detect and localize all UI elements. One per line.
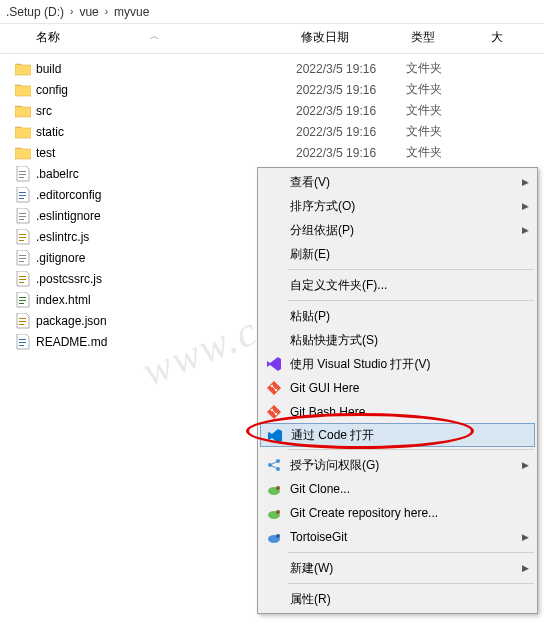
svg-rect-21 bbox=[19, 318, 26, 319]
folder-icon bbox=[14, 82, 32, 98]
item-type: 文件夹 bbox=[406, 144, 486, 161]
menu-item[interactable]: Git Bash Here bbox=[260, 400, 535, 424]
column-headers: ︿ 名称 修改日期 类型 大 bbox=[0, 24, 544, 54]
item-name: test bbox=[36, 146, 296, 160]
chevron-right-icon: ▶ bbox=[522, 532, 529, 542]
menu-separator bbox=[288, 269, 534, 270]
svg-rect-17 bbox=[19, 282, 24, 283]
svg-rect-4 bbox=[19, 195, 26, 196]
svg-rect-19 bbox=[19, 300, 26, 301]
tort2-icon bbox=[265, 528, 283, 546]
header-name[interactable]: 名称 bbox=[36, 29, 301, 46]
svg-point-43 bbox=[276, 534, 280, 538]
menu-label: TortoiseGit bbox=[290, 530, 347, 544]
menu-item[interactable]: TortoiseGit▶ bbox=[260, 525, 535, 549]
item-date: 2022/3/5 19:16 bbox=[296, 104, 406, 118]
menu-label: 使用 Visual Studio 打开(V) bbox=[290, 356, 431, 373]
menu-item[interactable]: 粘贴(P) bbox=[260, 304, 535, 328]
svg-point-39 bbox=[276, 486, 280, 490]
folder-icon bbox=[14, 124, 32, 140]
header-size[interactable]: 大 bbox=[491, 29, 534, 46]
header-type[interactable]: 类型 bbox=[411, 29, 491, 46]
menu-item[interactable]: 分组依据(P)▶ bbox=[260, 218, 535, 242]
svg-rect-13 bbox=[19, 258, 26, 259]
chevron-right-icon: › bbox=[105, 6, 108, 17]
menu-label: 授予访问权限(G) bbox=[290, 457, 379, 474]
svg-rect-23 bbox=[19, 324, 24, 325]
folder-item[interactable]: src2022/3/5 19:16文件夹 bbox=[0, 100, 544, 121]
svg-rect-10 bbox=[19, 237, 26, 238]
file-icon bbox=[14, 334, 32, 350]
crumb-folder[interactable]: myvue bbox=[114, 5, 149, 19]
sort-asc-icon: ︿ bbox=[150, 30, 159, 43]
menu-label: 新建(W) bbox=[290, 560, 333, 577]
menu-item[interactable]: 使用 Visual Studio 打开(V) bbox=[260, 352, 535, 376]
svg-line-36 bbox=[270, 461, 278, 465]
menu-label: Git Bash Here bbox=[290, 405, 365, 419]
file-icon bbox=[14, 229, 32, 245]
svg-rect-6 bbox=[19, 213, 26, 214]
file-icon bbox=[14, 271, 32, 287]
menu-item[interactable]: 排序方式(O)▶ bbox=[260, 194, 535, 218]
menu-item[interactable]: 粘贴快捷方式(S) bbox=[260, 328, 535, 352]
folder-item[interactable]: test2022/3/5 19:16文件夹 bbox=[0, 142, 544, 163]
svg-rect-14 bbox=[19, 261, 24, 262]
item-name: static bbox=[36, 125, 296, 139]
menu-separator bbox=[288, 552, 534, 553]
item-date: 2022/3/5 19:16 bbox=[296, 146, 406, 160]
svg-rect-20 bbox=[19, 303, 24, 304]
file-icon bbox=[14, 187, 32, 203]
menu-label: 自定义文件夹(F)... bbox=[290, 277, 387, 294]
item-date: 2022/3/5 19:16 bbox=[296, 125, 406, 139]
svg-rect-24 bbox=[19, 339, 26, 340]
item-name: config bbox=[36, 83, 296, 97]
folder-item[interactable]: static2022/3/5 19:16文件夹 bbox=[0, 121, 544, 142]
menu-label: 刷新(E) bbox=[290, 246, 330, 263]
item-name: build bbox=[36, 62, 296, 76]
menu-label: 粘贴(P) bbox=[290, 308, 330, 325]
folder-icon bbox=[14, 103, 32, 119]
share-icon bbox=[265, 456, 283, 474]
item-name: src bbox=[36, 104, 296, 118]
svg-rect-26 bbox=[19, 345, 24, 346]
menu-item[interactable]: 通过 Code 打开 bbox=[260, 423, 535, 447]
svg-rect-3 bbox=[19, 192, 26, 193]
svg-rect-16 bbox=[19, 279, 26, 280]
header-date[interactable]: 修改日期 bbox=[301, 29, 411, 46]
menu-item[interactable]: 刷新(E) bbox=[260, 242, 535, 266]
menu-item[interactable]: Git GUI Here bbox=[260, 376, 535, 400]
svg-rect-0 bbox=[19, 171, 26, 172]
chevron-right-icon: ▶ bbox=[522, 225, 529, 235]
menu-item[interactable]: 授予访问权限(G)▶ bbox=[260, 453, 535, 477]
menu-item[interactable]: Git Clone... bbox=[260, 477, 535, 501]
svg-rect-2 bbox=[19, 177, 24, 178]
tort-icon bbox=[265, 480, 283, 498]
svg-rect-18 bbox=[19, 297, 26, 298]
menu-item[interactable]: 查看(V)▶ bbox=[260, 170, 535, 194]
menu-label: 属性(R) bbox=[290, 591, 331, 608]
crumb-folder[interactable]: vue bbox=[79, 5, 98, 19]
breadcrumb[interactable]: .Setup (D:) › vue › myvue bbox=[0, 0, 544, 24]
menu-item[interactable]: Git Create repository here... bbox=[260, 501, 535, 525]
git-icon bbox=[265, 403, 283, 421]
svg-rect-8 bbox=[19, 219, 24, 220]
context-menu[interactable]: 查看(V)▶排序方式(O)▶分组依据(P)▶刷新(E)自定义文件夹(F)...粘… bbox=[257, 167, 538, 614]
folder-item[interactable]: build2022/3/5 19:16文件夹 bbox=[0, 58, 544, 79]
file-icon bbox=[14, 292, 32, 308]
chevron-right-icon: ▶ bbox=[522, 177, 529, 187]
item-type: 文件夹 bbox=[406, 60, 486, 77]
svg-rect-15 bbox=[19, 276, 26, 277]
menu-item[interactable]: 属性(R) bbox=[260, 587, 535, 611]
menu-label: Git GUI Here bbox=[290, 381, 359, 395]
menu-label: Git Create repository here... bbox=[290, 506, 438, 520]
folder-icon bbox=[14, 61, 32, 77]
chevron-right-icon: ▶ bbox=[522, 563, 529, 573]
menu-label: Git Clone... bbox=[290, 482, 350, 496]
menu-item[interactable]: 新建(W)▶ bbox=[260, 556, 535, 580]
menu-item[interactable]: 自定义文件夹(F)... bbox=[260, 273, 535, 297]
svg-rect-22 bbox=[19, 321, 26, 322]
crumb-drive[interactable]: .Setup (D:) bbox=[6, 5, 64, 19]
folder-item[interactable]: config2022/3/5 19:16文件夹 bbox=[0, 79, 544, 100]
chevron-right-icon: ▶ bbox=[522, 201, 529, 211]
menu-label: 分组依据(P) bbox=[290, 222, 354, 239]
